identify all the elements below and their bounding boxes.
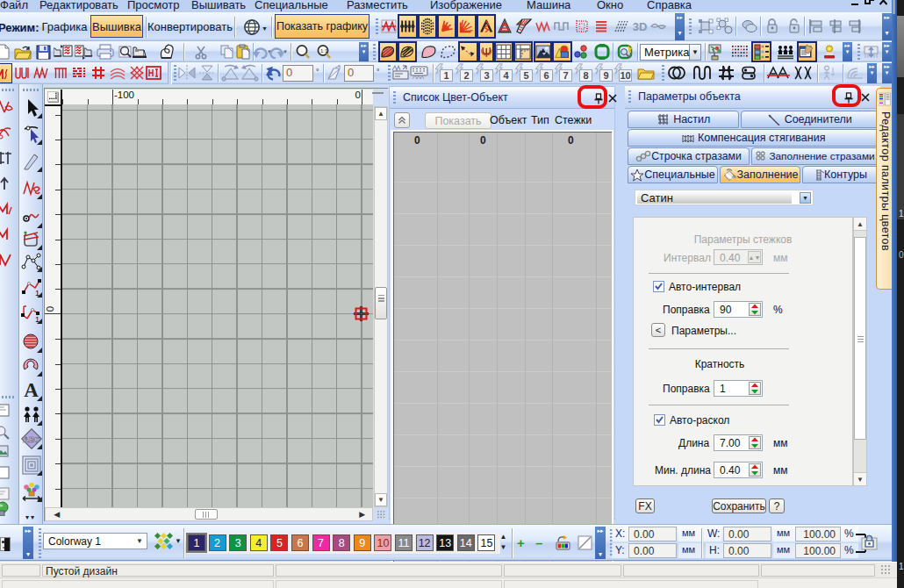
svg-text:6: 6 — [543, 70, 549, 81]
svg-text:ABC: ABC — [23, 435, 40, 444]
svg-text:9: 9 — [603, 70, 608, 81]
svg-text:1: 1 — [444, 70, 449, 81]
svg-text:2: 2 — [463, 70, 469, 81]
svg-text:1:1: 1:1 — [320, 48, 328, 54]
svg-text:4: 4 — [504, 70, 510, 81]
svg-text:10: 10 — [621, 70, 631, 81]
svg-text:5: 5 — [523, 70, 528, 81]
svg-text:3: 3 — [484, 70, 489, 81]
svg-text:7: 7 — [563, 70, 569, 81]
svg-text:8: 8 — [583, 70, 588, 81]
